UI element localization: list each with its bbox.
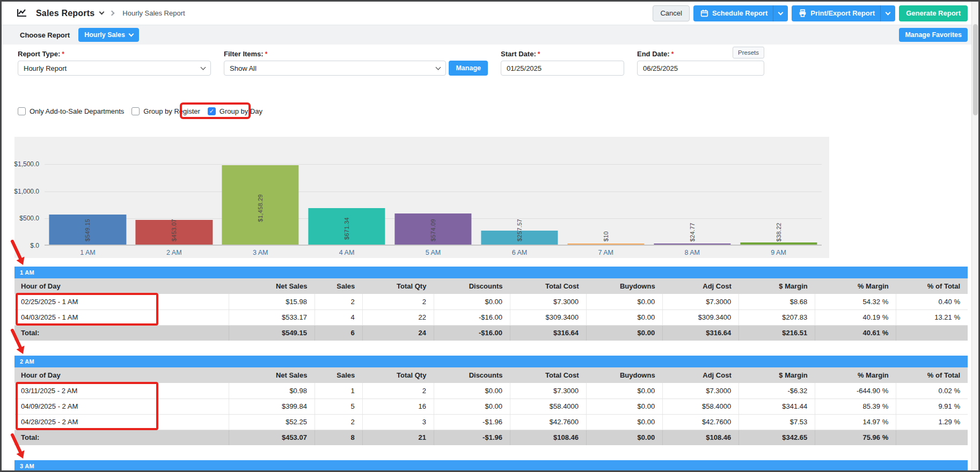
app-window: Sales Reports Hourly Sales Report Cancel… (0, 0, 980, 472)
print-export-report-label: Print/Export Report (810, 9, 875, 17)
chevron-down-icon[interactable] (99, 10, 105, 15)
total-cell: 8 (315, 430, 362, 445)
column-header-margin[interactable]: $ Margin (739, 367, 815, 383)
line-chart-icon (17, 9, 27, 18)
checkbox-box[interactable] (18, 107, 26, 115)
chart-bars: $549.151 AM$453.072 AM$1,458.293 AM$671.… (45, 137, 822, 245)
bar-9-am[interactable] (740, 242, 817, 245)
table-header-row: Hour of DayNet SalesSalesTotal QtyDiscou… (14, 367, 968, 383)
column-header-net-sales[interactable]: Net Sales (229, 367, 315, 383)
table-row[interactable]: 04/03/2025 - 1 AM$533.17422-$16.00$309.3… (14, 309, 968, 325)
table-cell: $7.53 (739, 414, 815, 430)
total-cell: $108.46 (510, 430, 586, 445)
chart-bar-slot-3-am: $1,458.293 AM (217, 137, 304, 245)
column-header-sales[interactable]: Sales (315, 278, 362, 294)
chart-bar-slot-4-am: $671.344 AM (304, 137, 390, 245)
table-row[interactable]: 04/28/2025 - 2 AM$52.2523-$1.96$42.7600$… (14, 414, 968, 430)
checkbox-only-add-to-sale-departments[interactable]: Only Add-to-Sale Departments (18, 107, 124, 115)
column-header-margin[interactable]: $ Margin (739, 278, 815, 294)
report-section-1-am: 1 AMHour of DayNet SalesSalesTotal QtyDi… (14, 267, 968, 341)
total-cell: 75.96 % (815, 430, 896, 445)
section-header-2-am: 2 AM (14, 356, 968, 367)
chart-plot: $549.151 AM$453.072 AM$1,458.293 AM$671.… (45, 137, 822, 246)
manage-filter-button[interactable]: Manage (449, 61, 488, 76)
generate-report-button[interactable]: Generate Report (899, 5, 968, 21)
table-cell: $341.44 (739, 399, 815, 414)
checkbox-group-by-day[interactable]: ✓Group by Day (208, 107, 262, 115)
breadcrumb: Hourly Sales Report (122, 9, 185, 17)
table-cell: $533.17 (229, 309, 315, 325)
table-row[interactable]: 03/11/2025 - 2 AM$0.9812$0.00$7.3000$0.0… (14, 383, 968, 399)
table-cell: 54.32 % (815, 294, 896, 309)
checkbox-box[interactable] (131, 107, 140, 115)
scrollbar-thumb[interactable] (973, 24, 978, 115)
x-axis-tick-label: 8 AM (649, 249, 735, 256)
table-cell: $207.83 (739, 309, 815, 325)
column-header-total-qty[interactable]: Total Qty (362, 367, 434, 383)
bar-value-label: $257.57 (516, 219, 523, 241)
table-cell: 14.97 % (815, 414, 896, 430)
total-cell: 24 (362, 325, 434, 341)
presets-button[interactable]: Presets (733, 47, 764, 58)
table-cell: $399.84 (229, 399, 315, 414)
column-header-hour-of-day[interactable]: Hour of Day (14, 367, 229, 383)
total-row: Total:$453.07821-$1.96$108.46$0.00$108.4… (14, 430, 968, 445)
bar-8-am[interactable] (654, 244, 730, 245)
schedule-report-caret[interactable] (773, 5, 788, 21)
table-cell: -$1.96 (434, 414, 510, 430)
print-export-report-button[interactable]: Print/Export Report (792, 5, 895, 21)
column-header-discounts[interactable]: Discounts (434, 278, 510, 294)
table-cell: $15.98 (229, 294, 315, 309)
start-date-label: Start Date: (501, 50, 536, 58)
column-header-hour-of-day[interactable]: Hour of Day (14, 278, 229, 294)
chart-bar-slot-9-am: $38.229 AM (735, 137, 822, 245)
column-header-discounts[interactable]: Discounts (434, 367, 510, 383)
table-row[interactable]: 04/09/2025 - 2 AM$399.84516$0.00$58.4000… (14, 399, 968, 414)
manage-favorites-button[interactable]: Manage Favorites (899, 28, 968, 42)
total-cell: $108.46 (663, 430, 739, 445)
column-header-total-qty[interactable]: Total Qty (362, 278, 434, 294)
cancel-button[interactable]: Cancel (653, 5, 689, 21)
column-header-margin[interactable]: % Margin (815, 367, 896, 383)
table-cell: 0.02 % (896, 383, 968, 399)
column-header-of-total[interactable]: % of Total (896, 278, 968, 294)
checkbox-box[interactable]: ✓ (208, 107, 216, 115)
report-type-select[interactable]: Hourly Report (18, 61, 211, 76)
checkbox-group-by-register[interactable]: Group by Register (131, 107, 200, 115)
column-header-buydowns[interactable]: Buydowns (587, 367, 663, 383)
schedule-report-label: Schedule Report (712, 9, 767, 17)
print-export-caret[interactable] (880, 5, 895, 21)
top-bar: Sales Reports Hourly Sales Report Cancel… (2, 2, 978, 25)
total-cell: 21 (362, 430, 434, 445)
table-cell: $0.00 (434, 399, 510, 414)
report-selector-button[interactable]: Hourly Sales (78, 28, 139, 42)
checkbox-label: Only Add-to-Sale Departments (30, 107, 124, 115)
schedule-report-button[interactable]: Schedule Report (693, 5, 788, 21)
column-header-sales[interactable]: Sales (315, 367, 362, 383)
column-header-net-sales[interactable]: Net Sales (229, 278, 315, 294)
x-axis-tick-label: 6 AM (476, 249, 562, 256)
column-header-margin[interactable]: % Margin (815, 278, 896, 294)
table-cell: $0.00 (434, 294, 510, 309)
column-header-adj-cost[interactable]: Adj Cost (663, 278, 739, 294)
column-header-total-cost[interactable]: Total Cost (510, 367, 586, 383)
table-cell: $0.00 (587, 399, 663, 414)
filter-items-select[interactable]: Show All (224, 61, 446, 76)
table-row[interactable]: 02/25/2025 - 1 AM$15.9822$0.00$7.3000$0.… (14, 294, 968, 309)
column-header-of-total[interactable]: % of Total (896, 367, 968, 383)
x-axis-tick-label: 1 AM (45, 249, 131, 256)
table-cell: 85.39 % (815, 399, 896, 414)
column-header-total-cost[interactable]: Total Cost (510, 278, 586, 294)
total-cell: $453.07 (229, 430, 315, 445)
total-cell: Total: (14, 325, 229, 341)
vertical-scrollbar[interactable] (971, 2, 978, 470)
hourly-sales-chart: $1,500.0$1,000.0$500.0$.0 $549.151 AM$45… (14, 137, 829, 258)
table-cell: 0.40 % (896, 294, 968, 309)
start-date-input[interactable] (501, 61, 624, 76)
bar-7-am[interactable] (567, 244, 644, 245)
column-header-adj-cost[interactable]: Adj Cost (663, 367, 739, 383)
column-header-buydowns[interactable]: Buydowns (587, 278, 663, 294)
end-date-input[interactable] (637, 61, 764, 76)
bar-value-label: $549.15 (84, 219, 91, 241)
table-cell: 3 (362, 414, 434, 430)
